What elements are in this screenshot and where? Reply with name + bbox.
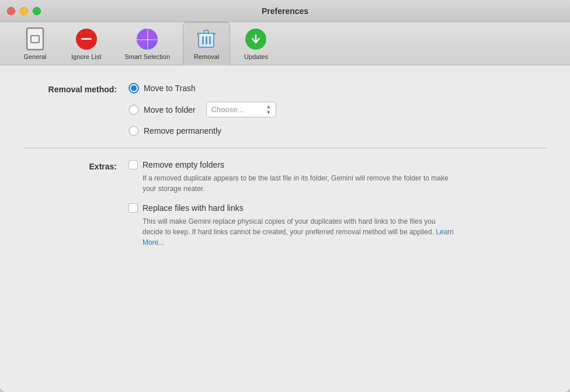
- remove-empty-folders-row: Remove empty folders: [128, 160, 456, 169]
- replace-hard-links-group: Replace files with hard links This will …: [128, 203, 456, 248]
- tab-smart-selection-label: Smart Selection: [124, 53, 170, 60]
- traffic-lights: [7, 7, 41, 15]
- section-divider: [23, 148, 547, 148]
- tab-ignore-list-label: Ignore List: [71, 53, 101, 60]
- stepper-icon: ▲ ▼: [266, 104, 271, 115]
- tab-removal-label: Removal: [194, 53, 219, 60]
- replace-hard-links-description: This will make Gemini replace physical c…: [128, 216, 456, 248]
- tab-updates[interactable]: Updates: [232, 22, 279, 65]
- tab-updates-label: Updates: [244, 53, 268, 60]
- minimize-button[interactable]: [20, 7, 28, 15]
- close-button[interactable]: [7, 7, 15, 15]
- ignore-list-icon: [75, 27, 98, 51]
- move-to-trash-radio[interactable]: [128, 83, 139, 93]
- svg-rect-0: [27, 28, 43, 50]
- toolbar: General Ignore List Smart Selection: [0, 22, 570, 65]
- replace-hard-links-row: Replace files with hard links: [128, 203, 456, 213]
- remove-permanently-label: Remove permanently: [144, 126, 221, 136]
- updates-icon: [244, 27, 267, 51]
- tab-general[interactable]: General: [12, 22, 58, 65]
- remove-permanently-row: Remove permanently: [128, 126, 276, 136]
- remove-permanently-radio[interactable]: [128, 126, 139, 136]
- title-bar: Preferences: [0, 0, 570, 22]
- move-to-trash-row: Move to Trash: [128, 83, 276, 93]
- tab-smart-selection[interactable]: Smart Selection: [114, 22, 180, 65]
- move-to-folder-radio[interactable]: [128, 105, 139, 115]
- remove-empty-folders-label: Remove empty folders: [142, 160, 224, 169]
- window-title: Preferences: [262, 6, 308, 16]
- removal-method-row: Removal method: Move to Trash Move to fo…: [23, 83, 547, 136]
- removal-method-label: Removal method:: [23, 83, 128, 94]
- general-icon: [23, 27, 47, 51]
- move-to-folder-label: Move to folder: [144, 105, 196, 115]
- maximize-button[interactable]: [33, 7, 41, 15]
- preferences-window: Preferences General Ignore List: [0, 0, 570, 392]
- smart-selection-icon: [135, 27, 159, 51]
- remove-empty-folders-description: If a removed duplicate appears to be the…: [128, 173, 456, 194]
- replace-hard-links-checkbox[interactable]: [128, 203, 138, 213]
- move-to-folder-row: Move to folder Choose... ▲ ▼: [128, 102, 276, 117]
- tab-ignore-list[interactable]: Ignore List: [61, 22, 112, 65]
- removal-method-controls: Move to Trash Move to folder Choose... ▲…: [128, 83, 276, 136]
- tab-removal[interactable]: Removal: [183, 22, 230, 65]
- extras-row: Extras: Remove empty folders If a remove…: [23, 160, 547, 248]
- removal-icon: [195, 27, 218, 51]
- replace-hard-links-label: Replace files with hard links: [142, 203, 244, 213]
- choose-placeholder: Choose...: [211, 105, 244, 114]
- move-to-trash-label: Move to Trash: [144, 84, 196, 93]
- remove-empty-folders-checkbox[interactable]: [128, 160, 138, 169]
- remove-empty-folders-group: Remove empty folders If a removed duplic…: [128, 160, 456, 194]
- tab-general-label: General: [23, 53, 46, 60]
- content-area: Removal method: Move to Trash Move to fo…: [0, 65, 570, 392]
- choose-folder-dropdown[interactable]: Choose... ▲ ▼: [206, 102, 276, 117]
- extras-controls: Remove empty folders If a removed duplic…: [128, 160, 456, 248]
- extras-label: Extras:: [23, 160, 128, 171]
